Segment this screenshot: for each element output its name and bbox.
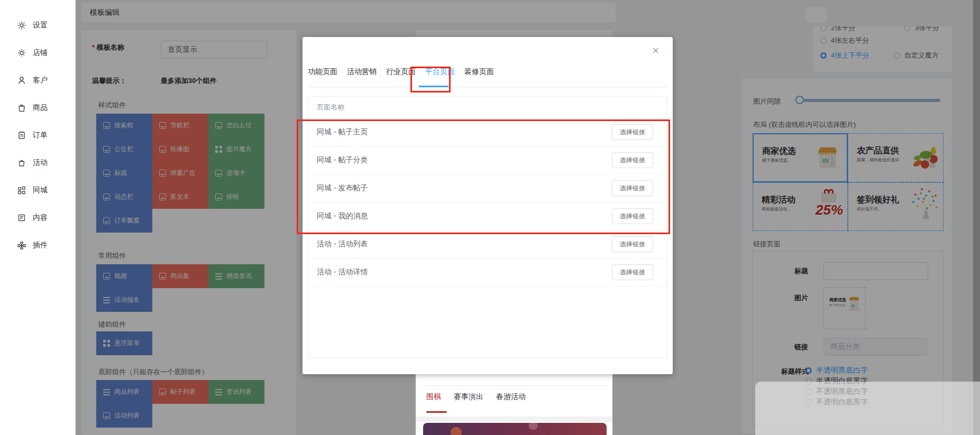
preview-bottom-strip: 围棋 赛事演出 春游活动 xyxy=(416,374,612,435)
preview-tab-spring[interactable]: 春游活动 xyxy=(496,392,526,402)
sidebar-item-activities[interactable]: 活动 xyxy=(0,155,75,171)
select-link-button[interactable]: 选择链接 xyxy=(612,264,653,280)
sidebar-item-customers[interactable]: 客户 xyxy=(0,72,75,88)
page-name: 活动 - 活动列表 xyxy=(317,239,368,249)
document-icon xyxy=(17,213,26,223)
shop-gear-icon xyxy=(17,48,26,58)
tab-decoration-pages[interactable]: 装修页面 xyxy=(464,67,496,77)
gear-icon xyxy=(17,21,26,30)
page-name: 同城 - 我的消息 xyxy=(317,211,368,221)
tab-platform-pages[interactable]: 平台页面 xyxy=(425,67,457,77)
select-link-button[interactable]: 选择链接 xyxy=(612,208,653,224)
sidebar-label: 设置 xyxy=(33,21,48,30)
preview-tab-events[interactable]: 赛事演出 xyxy=(454,392,483,402)
select-link-button[interactable]: 选择链接 xyxy=(612,180,653,196)
sidebar-label: 活动 xyxy=(33,158,48,168)
sidebar: 设置 店铺 客户 商品 订单 活动 同城 内容 插件 xyxy=(0,0,76,435)
grid-icon xyxy=(17,186,26,195)
modal-tabs: 功能页面 活动营销 行业页面 平台页面 装修页面 xyxy=(308,67,496,77)
preview-tabs: 围棋 赛事演出 春游活动 xyxy=(426,392,538,402)
page-row-post-home: 同城 - 帖子主页 选择链接 xyxy=(308,118,668,146)
sidebar-item-settings[interactable]: 设置 xyxy=(0,17,75,33)
sidebar-item-orders[interactable]: 订单 xyxy=(0,127,75,143)
active-tab-indicator xyxy=(419,86,448,87)
tab-activity-marketing[interactable]: 活动营销 xyxy=(347,67,379,77)
table-header: 页面名称 xyxy=(317,97,344,118)
close-icon[interactable]: × xyxy=(652,45,659,56)
divider xyxy=(423,385,607,386)
light-panel xyxy=(755,382,980,435)
page-name: 活动 - 活动详情 xyxy=(317,267,368,277)
sidebar-label: 同城 xyxy=(33,186,48,195)
page-name: 同城 - 发布帖子 xyxy=(317,183,368,193)
link-picker-modal: × 功能页面 活动营销 行业页面 平台页面 装修页面 页面名称 同城 - 帖子主… xyxy=(303,37,673,374)
tabs-divider xyxy=(308,87,667,87)
select-link-button[interactable]: 选择链接 xyxy=(612,236,653,252)
sidebar-label: 客户 xyxy=(33,76,48,85)
sidebar-label: 订单 xyxy=(33,131,48,140)
page-row-activity-detail: 活动 - 活动详情 选择链接 xyxy=(308,258,668,286)
shopping-bag-icon xyxy=(17,103,26,113)
sidebar-label: 店铺 xyxy=(33,48,48,58)
sidebar-item-local[interactable]: 同城 xyxy=(0,182,75,198)
person-icon xyxy=(17,76,26,85)
page-row-post-publish: 同城 - 发布帖子 选择链接 xyxy=(308,174,668,202)
preview-banner-image xyxy=(423,423,607,435)
page-row-my-messages: 同城 - 我的消息 选择链接 xyxy=(308,202,668,230)
sidebar-label: 插件 xyxy=(33,240,48,250)
tab-function-pages[interactable]: 功能页面 xyxy=(308,67,340,77)
sidebar-item-plugins[interactable]: 插件 xyxy=(0,237,75,253)
sidebar-item-content[interactable]: 内容 xyxy=(0,210,75,226)
spacer-band xyxy=(416,417,612,422)
active-tab-underline xyxy=(426,411,447,413)
clipboard-icon xyxy=(17,131,26,140)
preview-tab-weiqi[interactable]: 围棋 xyxy=(426,392,441,402)
page-row-activity-list: 活动 - 活动列表 选择链接 xyxy=(308,230,668,258)
select-link-button[interactable]: 选择链接 xyxy=(612,152,653,168)
page-list: 页面名称 同城 - 帖子主页 选择链接 同城 - 帖子分类 选择链接 同城 - … xyxy=(308,96,667,358)
page-name: 同城 - 帖子主页 xyxy=(317,127,368,137)
sidebar-label: 商品 xyxy=(33,103,48,113)
select-link-button[interactable]: 选择链接 xyxy=(612,124,653,140)
activity-bag-icon xyxy=(17,158,26,168)
page-name: 同城 - 帖子分类 xyxy=(317,155,368,165)
page-row-post-category: 同城 - 帖子分类 选择链接 xyxy=(308,146,668,174)
tab-industry-pages[interactable]: 行业页面 xyxy=(386,67,418,77)
sidebar-label: 内容 xyxy=(33,213,48,223)
puzzle-icon xyxy=(17,240,26,250)
sidebar-item-products[interactable]: 商品 xyxy=(0,100,75,116)
sidebar-item-shop[interactable]: 店铺 xyxy=(0,45,75,61)
